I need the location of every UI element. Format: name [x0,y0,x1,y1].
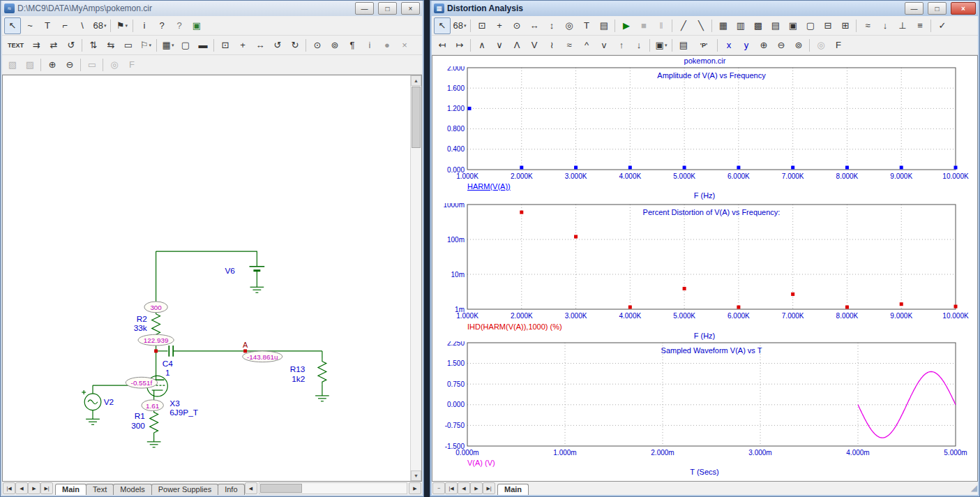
wire-mode-icon[interactable]: ~ [22,17,38,34]
step-box-icon[interactable]: ⇉ [28,37,45,54]
scroll-left-button[interactable]: ◀ [245,482,257,494]
first-page-button-icon[interactable]: |◀ [445,482,458,494]
dropdown-arrow-icon[interactable]: ▾ [665,43,668,48]
mirror-box-icon[interactable]: ⇄ [45,37,62,54]
valley-button-icon[interactable]: ∨ [491,37,508,54]
cursor-precision-icon[interactable]: 'P' [693,37,715,54]
undo-icon[interactable]: ↺ [269,37,286,54]
align-cursors-icon[interactable]: ⊥ [894,17,911,34]
horizontal-scrollbar[interactable] [259,482,407,494]
point-to-help-icon[interactable]: ? [171,17,188,34]
run-button-icon[interactable]: ▶ [618,17,635,34]
font-button-icon[interactable]: F [830,37,847,54]
maximize-button[interactable]: □ [378,2,397,15]
go-to-x-icon[interactable]: x [721,37,737,54]
info-mode-icon[interactable]: i [136,17,153,34]
next-page-button-icon[interactable]: ▶ [470,482,483,494]
next-page-button-icon[interactable]: ▶ [28,482,40,494]
waveform-plot[interactable]: 0.000m1.000m2.000m3.000m4.000m5.000m2.25… [434,341,975,459]
scroll-right-button[interactable]: ▶ [409,482,421,494]
waveform-legend[interactable]: V(A) (V) [467,459,975,468]
make-macro-icon[interactable]: ▭ [120,37,137,54]
cursor-functions-icon[interactable]: ≈ [859,17,876,34]
tab-text[interactable]: Text [86,484,114,495]
minimize-button[interactable]: — [905,2,924,15]
vertical-scroll-thumb[interactable] [412,87,421,148]
component-dropdown-icon[interactable]: 68▾ [91,17,108,34]
next-data-point-right-icon[interactable]: ↦ [451,37,468,54]
page-thumbnail-icon[interactable]: ▭ [84,57,100,73]
analysis-titlebar[interactable]: ▦ Distortion Analysis — □ × [432,1,978,16]
zoom-out-icon[interactable]: ⊖ [773,37,790,54]
design-browser-icon[interactable]: ◎ [106,57,123,73]
scroll-down-button[interactable]: ▼ [411,470,421,481]
probe-monitor-icon[interactable]: ¶ [344,37,361,54]
tokens-toggle-icon[interactable]: ▥ [732,17,749,34]
title-block-toggle-icon[interactable]: ▬ [195,37,211,54]
tab-power-supplies[interactable]: Power Supplies [151,484,218,495]
font-button-icon[interactable]: F [123,57,140,73]
info-button-icon[interactable]: i [361,37,378,54]
restore-scales-icon[interactable]: ⊚ [790,37,807,54]
splitter-button-icon[interactable]: − [432,482,445,494]
zoom-out-icon[interactable]: ⊖ [61,57,78,73]
rotate-tool-icon[interactable]: ↺ [63,37,80,54]
minimize-button[interactable]: — [355,2,374,15]
properties-button-icon[interactable]: ▤ [596,17,612,34]
dropdown-arrow-icon[interactable]: ▾ [172,43,174,48]
resize-grip[interactable]: ◢ [967,483,977,494]
center-view-icon[interactable]: ↔ [252,37,269,54]
last-page-button-icon[interactable]: ▶| [40,482,53,494]
ruler-toggle-icon[interactable]: ▩ [750,17,767,34]
tab-main[interactable]: Main [55,484,86,495]
scroll-up-button[interactable]: ▲ [411,75,421,86]
dropdown-arrow-icon[interactable]: ▾ [104,23,107,29]
pause-button-icon[interactable]: ‖ [653,17,670,34]
text-mode-icon[interactable]: TEXT [4,37,27,54]
schematic-titlebar[interactable]: ≈ D:\MC9\DATA\MyAmps\pokemon.cir — □ × [2,1,422,16]
peak-button-icon[interactable]: ∧ [474,37,490,54]
close-button[interactable]: × [951,2,976,15]
prev-page-button-icon[interactable]: ◀ [15,482,28,494]
stop-button-icon[interactable]: ● [379,37,395,54]
vertical-scrollbar[interactable]: ▲ ▼ [410,75,421,481]
dropdown-arrow-icon[interactable]: ▾ [126,23,128,29]
prev-page-button-icon[interactable]: ◀ [458,482,470,494]
performance-tag-icon[interactable]: ◎ [561,17,578,34]
tab-models[interactable]: Models [113,484,151,495]
grid-dropdown-icon[interactable]: ▦▾ [160,37,176,54]
maximize-button[interactable]: □ [928,2,947,15]
schematic-canvas[interactable]: V6 R2 33k C4 1 R13 1k2 X3 6J9P_T V2 R1 3… [2,75,422,482]
text-tool-icon[interactable]: T [578,17,595,34]
next-data-point-left-icon[interactable]: ↤ [434,37,451,54]
horizontal-tag-icon[interactable]: ↔ [526,17,543,34]
plus-mark-toggle-icon[interactable]: ▤ [767,17,784,34]
flag-tool-icon[interactable]: ⚑▾ [114,17,130,34]
border-toggle-icon[interactable]: ▢ [177,37,194,54]
pan-tool-icon[interactable]: + [234,37,251,54]
top-button-icon[interactable]: ^ [578,37,595,54]
point-tag-icon[interactable]: ⊙ [508,17,525,34]
design-browser-icon[interactable]: ◎ [813,37,829,54]
flip-y-tool-icon[interactable]: ⇆ [103,37,119,54]
numeric-output-toggle-icon[interactable]: ⊞ [837,17,854,34]
vertical-scroll-track[interactable] [411,149,421,470]
first-page-button-icon[interactable]: |◀ [3,482,15,494]
dropdown-arrow-icon[interactable]: ▾ [149,43,152,48]
last-page-button-icon[interactable]: ▶| [483,482,495,494]
data-points-toggle-icon[interactable]: ▦ [715,17,732,34]
baseline-toggle-icon[interactable]: ▣ [785,17,801,34]
search-icon[interactable]: ⊙ [309,37,326,54]
close-button[interactable]: × [401,2,420,15]
horizontal-axis-grids-icon[interactable]: ▢ [802,17,819,34]
zoom-in-icon[interactable]: ⊕ [755,37,772,54]
copy-visible-page-icon[interactable]: ▨ [22,57,38,73]
stop-button-icon[interactable]: ■ [635,17,652,34]
tab-info[interactable]: Info [218,484,244,495]
zoom-area-icon[interactable]: ⊡ [217,37,234,54]
global-low-button-icon[interactable]: ↓ [631,37,647,54]
label-branches-icon[interactable]: ▤ [675,37,692,54]
slope-tool-icon[interactable]: ╱ [675,17,692,34]
zoom-in-icon[interactable]: ⊕ [44,57,61,73]
distortion-plot[interactable]: 1.000K2.000K3.000K4.000K5.000K6.000K7.00… [434,203,975,322]
